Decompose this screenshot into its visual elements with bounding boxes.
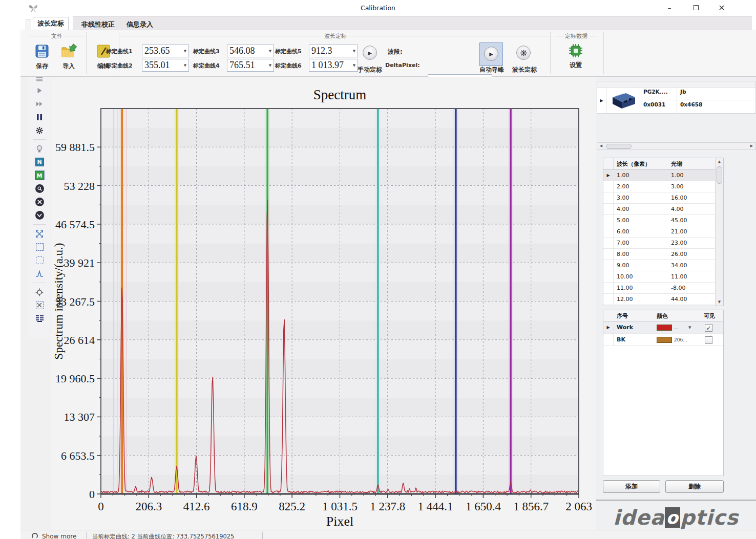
pause-icon[interactable] (35, 113, 44, 121)
chevron-down-icon[interactable]: ▼ (267, 49, 274, 53)
tab-info-entry[interactable]: 信息录入 (122, 18, 157, 31)
table-row[interactable]: 9.0034.00 (603, 260, 716, 271)
crosshair-icon[interactable] (35, 288, 44, 296)
chevron-down-icon[interactable]: ▼ (688, 326, 691, 330)
status-bar: Show more 当前标定曲线: 2 当前曲线位置: 733.75257561… (20, 530, 756, 539)
save-button[interactable]: 保存 (30, 44, 54, 71)
table-row[interactable]: 5.0045.00 (603, 215, 716, 226)
tab-nonlinear-correction[interactable]: 非线性校正 (77, 18, 119, 31)
status-divider (86, 532, 87, 539)
play-icon[interactable] (35, 86, 44, 95)
scrollbar-thumb[interactable] (717, 166, 722, 184)
chevron-down-icon[interactable]: ▼ (182, 63, 188, 68)
scroll-left-icon[interactable]: ◀ (597, 143, 605, 149)
cell-spectrum: 1.00 (671, 172, 684, 179)
import-label: 导入 (56, 62, 81, 71)
table-row[interactable]: ▶1.001.00 (603, 170, 716, 181)
cell-wavelength: 7.00 (617, 240, 629, 246)
curve2-field[interactable]: 355.01 ▼ (142, 59, 189, 72)
fast-forward-icon[interactable] (35, 99, 44, 108)
series-table: 序号 颜色 可见 ▶ Work ... ▼ ✓ BK 206... (603, 310, 724, 476)
table-row[interactable]: 10.0011.00 (603, 271, 716, 283)
import-button[interactable]: 导入 (56, 44, 81, 71)
marquee-close-icon[interactable] (35, 301, 44, 310)
manual-calib-label: 手动定标 (354, 66, 385, 74)
wavelength-calib-button[interactable] (516, 46, 531, 60)
marquee-select-alt-icon[interactable] (35, 256, 44, 265)
gear-icon[interactable] (35, 126, 44, 135)
manual-calib-button[interactable]: ▶ (363, 46, 377, 60)
close-button[interactable]: × (713, 2, 730, 13)
maximize-button[interactable] (687, 2, 705, 13)
series-row-bk[interactable]: BK 206... (603, 334, 723, 346)
curve6-field[interactable]: 1 013.97 ▼ (309, 59, 358, 72)
text-columns-icon[interactable] (35, 314, 44, 323)
scroll-right-icon[interactable]: ▶ (748, 143, 755, 149)
play-icon: ▶ (368, 50, 372, 56)
svg-text:39 921: 39 921 (64, 256, 95, 269)
vertical-scrollbar[interactable]: ▲ ▼ (715, 158, 723, 306)
close-circle-icon[interactable] (35, 198, 44, 206)
table-row[interactable]: 4.004.00 (603, 204, 716, 215)
scroll-up-icon[interactable]: ▲ (716, 158, 723, 165)
chevron-down-icon[interactable]: ▼ (351, 49, 358, 53)
title-bar: Calibration – × (0, 0, 756, 15)
svg-text:1 444.1: 1 444.1 (418, 500, 453, 513)
chevron-down-icon[interactable]: ▼ (182, 49, 188, 53)
table-row[interactable]: 8.0026.00 (603, 249, 716, 260)
curve6-label: 标定曲线6 (275, 62, 302, 70)
series-row-work[interactable]: ▶ Work ... ▼ ✓ (603, 321, 723, 334)
table-row[interactable]: 6.0021.00 (603, 226, 716, 238)
multi-mode-icon[interactable]: M (35, 171, 44, 180)
curve3-field[interactable]: 546.08 ▼ (227, 45, 274, 57)
delete-button[interactable]: 删除 (665, 480, 724, 493)
row-selector-icon: ▶ (597, 88, 606, 113)
grip-icon[interactable] (35, 77, 44, 81)
device-table[interactable]: ▶ PG2K.... Jb 0x0031 0x4658 (597, 81, 756, 114)
wavelength-calib-label: 波长定标 (509, 66, 540, 74)
scroll-down-icon[interactable]: ▼ (716, 298, 723, 306)
settings-button[interactable]: 设置 (564, 44, 587, 70)
show-more-icon (32, 533, 38, 539)
table-row[interactable]: 3.0016.00 (603, 192, 716, 204)
col-spectrum: 光谱 (671, 160, 682, 168)
add-button[interactable]: 添加 (603, 480, 660, 493)
chevron-down-icon[interactable]: ▼ (267, 63, 274, 68)
zoom-circle-icon[interactable] (35, 184, 44, 193)
table-row[interactable]: 7.0023.00 (603, 238, 716, 249)
expand-arrows-icon[interactable] (35, 229, 44, 238)
curve1-field[interactable]: 253.65 ▼ (142, 45, 189, 57)
marquee-select-icon[interactable] (35, 243, 44, 251)
multi-mode-selected: M (35, 171, 44, 180)
table-row[interactable]: 11.00-8.00 (603, 283, 716, 294)
bulb-icon[interactable] (35, 144, 44, 153)
svg-text:1 856.7: 1 856.7 (513, 500, 549, 513)
scrollbar-thumb[interactable] (606, 144, 632, 149)
tab-wavelength-calibration[interactable]: 波长定标 (33, 17, 69, 30)
right-panel: ▶ PG2K.... Jb 0x0031 0x4658 ◀ ▶ (596, 77, 756, 530)
spectrum-chart-svg: 0206.3412.6618.9825.21 031.51 237.81 444… (51, 77, 596, 530)
chevron-down-circle-icon[interactable] (35, 211, 44, 220)
ribbon-toolbar: 文件 保存 导入 编辑 (20, 30, 756, 77)
cell-spectrum: 23.00 (671, 240, 687, 246)
peak-marker-icon[interactable] (35, 269, 44, 278)
visible-checkbox-unchecked[interactable] (705, 336, 712, 344)
minimize-button[interactable]: – (661, 2, 678, 13)
cell-wavelength: 6.00 (617, 228, 629, 235)
narrow-mode-icon[interactable]: N (35, 158, 44, 166)
visible-checkbox-checked[interactable]: ✓ (705, 324, 712, 332)
color-swatch[interactable] (657, 337, 672, 343)
color-swatch[interactable] (657, 325, 672, 331)
calib-data-table-header: 波长（像素） 光谱 (603, 158, 716, 170)
cell-spectrum: 34.00 (671, 262, 687, 269)
calib-status-text: 当前标定曲线: 2 当前曲线位置: 733.752575619025 (92, 533, 234, 539)
horizontal-scrollbar[interactable]: ◀ ▶ (597, 142, 756, 150)
show-more-link[interactable]: Show more (42, 533, 76, 539)
curve1-value: 253.65 (142, 46, 182, 56)
curve4-field[interactable]: 765.51 ▼ (227, 59, 274, 72)
table-row[interactable]: 2.003.00 (603, 181, 716, 192)
curve5-field[interactable]: 912.3 ▼ (309, 45, 358, 57)
auto-peak-button[interactable]: ▶ (484, 47, 498, 61)
col-visible: 可见 (704, 312, 715, 320)
table-row[interactable]: 12.0044.00 (603, 294, 716, 305)
